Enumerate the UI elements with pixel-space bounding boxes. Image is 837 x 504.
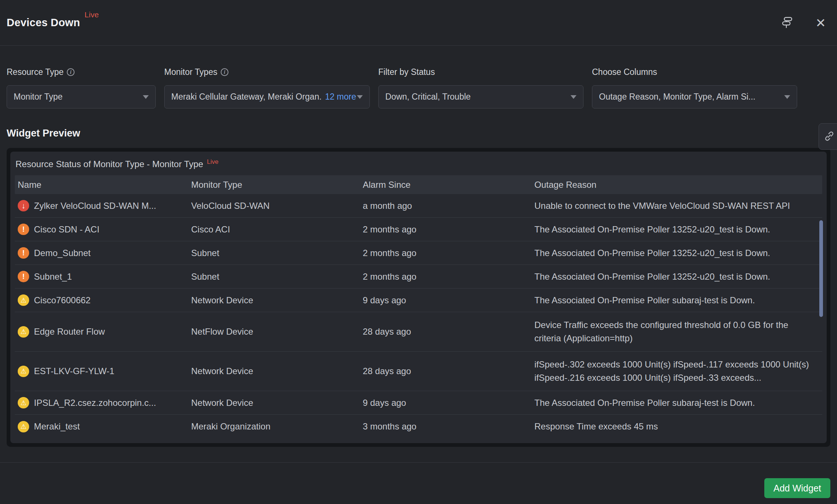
add-widget-button[interactable]: Add Widget [764, 478, 830, 498]
copy-link-button[interactable] [819, 123, 837, 150]
monitor-type: Network Device [188, 366, 360, 376]
filter-by-status-label: Filter by Status [378, 67, 435, 77]
alarm-since: 9 days ago [360, 295, 531, 305]
chevron-down-icon [784, 95, 790, 99]
device-name: Cisco SDN - ACI [34, 224, 99, 235]
warning-triangle-icon [18, 326, 29, 338]
table-row[interactable]: EST-LKV-GF-YLW-1 Network Device 28 days … [15, 352, 822, 391]
table-row[interactable]: Subnet_1 Subnet 2 months ago The Associa… [15, 265, 822, 289]
arrow-down-circle-icon [18, 200, 29, 211]
widget-preview-panel: Resource Status of Monitor Type - Monito… [10, 152, 827, 443]
table-row[interactable]: Meraki_test Meraki Organization 3 months… [15, 415, 822, 438]
live-badge: Live [85, 10, 99, 19]
table-row[interactable]: Zylker VeloCloud SD-WAN M... VeloCloud S… [15, 194, 822, 218]
outage-reason: The Associated On-Premise Poller 13252-u… [531, 248, 822, 258]
display-settings-button[interactable] [780, 15, 794, 30]
info-icon[interactable]: i [67, 68, 75, 76]
table-row[interactable]: Cisco7600662 Network Device 9 days ago T… [15, 289, 822, 312]
dialog-header: Devices Down Live ✕ [0, 0, 837, 46]
table-row[interactable]: Cisco SDN - ACI Cisco ACI 2 months ago T… [15, 218, 822, 241]
filter-resource-type: Resource Type i Monitor Type [7, 67, 156, 108]
device-name: Subnet_1 [34, 272, 72, 282]
resource-type-label: Resource Type [7, 67, 63, 77]
column-header-name[interactable]: Name [15, 180, 188, 190]
alarm-since: 2 months ago [360, 272, 531, 282]
monitor-types-label: Monitor Types [164, 67, 217, 77]
device-name: Edge Router Flow [34, 327, 105, 337]
column-header-alarm-since[interactable]: Alarm Since [360, 180, 531, 190]
exclamation-circle-icon [18, 224, 29, 235]
monitor-type: VeloCloud SD-WAN [188, 201, 360, 211]
table-row[interactable]: IPSLA_R2.csez.zohocorpin.c... Network De… [15, 391, 822, 415]
column-header-monitor-type[interactable]: Monitor Type [188, 180, 360, 190]
widget-preview-frame: Resource Status of Monitor Type - Monito… [7, 148, 830, 447]
monitor-type: Subnet [188, 248, 360, 258]
columns-dropdown[interactable]: Outage Reason, Monitor Type, Alarm Si... [592, 85, 797, 108]
dialog-title: Devices Down [7, 17, 80, 29]
close-button[interactable]: ✕ [816, 17, 826, 29]
outage-reason: The Associated On-Premise Poller subaraj… [531, 398, 822, 408]
chevron-down-icon [143, 95, 149, 99]
alarm-since: 2 months ago [360, 224, 531, 235]
device-name: IPSLA_R2.csez.zohocorpin.c... [34, 398, 156, 408]
info-icon[interactable]: i [221, 68, 228, 76]
table-header-row: Name Monitor Type Alarm Since Outage Rea… [15, 175, 822, 194]
alarm-since: 9 days ago [360, 398, 531, 408]
monitor-type: Network Device [188, 398, 360, 408]
table-scrollbar[interactable] [819, 220, 823, 317]
link-icon [824, 131, 835, 143]
widget-live-badge: Live [207, 158, 218, 166]
warning-triangle-icon [18, 397, 29, 408]
status-dropdown[interactable]: Down, Critical, Trouble [378, 85, 583, 108]
warning-triangle-icon [18, 421, 29, 432]
monitor-type: NetFlow Device [188, 327, 360, 337]
monitor-types-dropdown[interactable]: Meraki Cellular Gateway, Meraki Organ...… [164, 85, 370, 108]
outage-reason: The Associated On-Premise Poller subaraj… [531, 295, 822, 305]
outage-reason: The Associated On-Premise Poller 13252-u… [531, 224, 822, 235]
resource-type-value: Monitor Type [14, 92, 63, 102]
exclamation-circle-icon [18, 247, 29, 259]
monitor-type: Meraki Organization [188, 421, 360, 432]
resource-status-table: Name Monitor Type Alarm Since Outage Rea… [15, 175, 822, 438]
column-header-outage-reason[interactable]: Outage Reason [531, 180, 822, 190]
outage-reason: The Associated On-Premise Poller 13252-u… [531, 272, 822, 282]
display-settings-icon [780, 15, 794, 30]
widget-title: Resource Status of Monitor Type - Monito… [16, 159, 203, 169]
warning-triangle-icon [18, 294, 29, 306]
outage-reason: Device Traffic exceeds the configured th… [531, 314, 822, 349]
exclamation-circle-icon [18, 271, 29, 282]
more-monitor-types-link[interactable]: 12 more [325, 92, 356, 102]
resource-type-dropdown[interactable]: Monitor Type [7, 85, 156, 108]
alarm-since: 2 months ago [360, 248, 531, 258]
device-name: Meraki_test [34, 421, 80, 432]
device-name: EST-LKV-GF-YLW-1 [34, 366, 114, 376]
chevron-down-icon [571, 95, 576, 99]
widget-preview-heading: Widget Preview [7, 128, 80, 139]
monitor-type: Cisco ACI [188, 224, 360, 235]
chevron-down-icon [357, 95, 363, 99]
status-value: Down, Critical, Trouble [385, 92, 471, 102]
filter-bar: Resource Type i Monitor Type Monitor Typ… [0, 46, 837, 108]
outage-reason: ifSpeed-.302 exceeds 1000 Unit(s) ifSpee… [531, 353, 822, 389]
monitor-type: Network Device [188, 295, 360, 305]
device-name: Zylker VeloCloud SD-WAN M... [34, 201, 156, 211]
filter-by-status: Filter by Status Down, Critical, Trouble [378, 67, 583, 108]
choose-columns-label: Choose Columns [592, 67, 657, 77]
filter-monitor-types: Monitor Types i Meraki Cellular Gateway,… [164, 67, 370, 108]
warning-triangle-icon [18, 366, 29, 377]
outage-reason: Unable to connect to the VMWare VeloClou… [531, 201, 822, 211]
alarm-since: 3 months ago [360, 421, 531, 432]
table-row[interactable]: Demo_Subnet Subnet 2 months ago The Asso… [15, 241, 822, 265]
device-name: Demo_Subnet [34, 248, 90, 258]
outage-reason: Response Time exceeds 45 ms [531, 421, 822, 432]
alarm-since: 28 days ago [360, 327, 531, 337]
alarm-since: 28 days ago [360, 366, 531, 376]
device-name: Cisco7600662 [34, 295, 90, 305]
close-icon: ✕ [816, 17, 826, 29]
columns-value: Outage Reason, Monitor Type, Alarm Si... [599, 92, 755, 102]
table-row[interactable]: Edge Router Flow NetFlow Device 28 days … [15, 312, 822, 352]
alarm-since: a month ago [360, 201, 531, 211]
monitor-types-value: Meraki Cellular Gateway, Meraki Organ... [171, 92, 322, 102]
filter-choose-columns: Choose Columns Outage Reason, Monitor Ty… [592, 67, 797, 108]
monitor-type: Subnet [188, 272, 360, 282]
